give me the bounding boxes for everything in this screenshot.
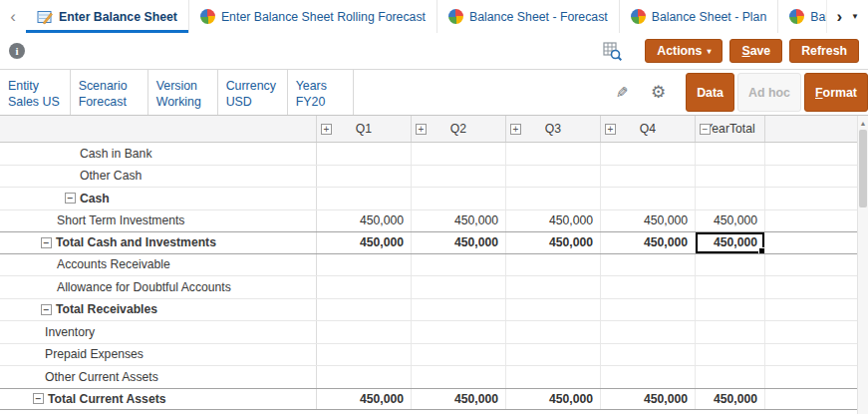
scroll-up-icon[interactable]: ▲ (858, 116, 868, 130)
data-cell[interactable] (601, 276, 696, 298)
data-cell[interactable] (506, 299, 601, 321)
data-cell[interactable]: 450,000 (506, 389, 601, 410)
tab-enter-balance-sheet[interactable]: Enter Balance Sheet (26, 0, 189, 33)
expand-icon[interactable]: + (510, 124, 521, 135)
vertical-scrollbar[interactable]: ▲ (857, 116, 868, 414)
data-mode-button[interactable]: Data (686, 73, 734, 112)
data-cell[interactable] (412, 321, 506, 343)
tab-balance-sheet-truncated[interactable]: Balance She (778, 0, 826, 33)
data-cell[interactable] (412, 254, 506, 276)
data-cell[interactable] (317, 166, 412, 188)
data-cell[interactable] (412, 344, 506, 366)
data-cell[interactable] (412, 143, 506, 165)
data-cell[interactable] (412, 166, 506, 188)
expand-icon[interactable]: + (605, 124, 616, 135)
data-cell[interactable] (412, 276, 506, 298)
tab-overflow-chevron-icon[interactable]: › (836, 8, 842, 25)
data-cell[interactable]: 450,000 (317, 210, 412, 232)
row-header[interactable]: Other Cash (0, 166, 317, 188)
data-cell[interactable] (506, 344, 601, 366)
expand-icon[interactable]: + (321, 124, 332, 135)
data-cell[interactable] (506, 276, 601, 298)
pov-dimension-version[interactable]: Version Working (148, 70, 218, 115)
grid-search-icon[interactable] (603, 42, 622, 61)
data-cell[interactable] (601, 254, 696, 276)
save-button[interactable]: Save (729, 39, 782, 63)
data-cell[interactable] (506, 254, 601, 276)
row-header[interactable]: −Total Cash and Investments (0, 232, 317, 253)
data-cell[interactable] (601, 166, 696, 188)
scrollbar-thumb[interactable] (859, 130, 867, 207)
data-cell[interactable] (317, 366, 412, 388)
collapse-icon[interactable]: − (700, 124, 711, 135)
data-cell[interactable] (412, 366, 506, 388)
data-cell[interactable] (412, 299, 506, 321)
row-header[interactable]: Short Term Investments (0, 210, 317, 232)
data-cell[interactable] (601, 299, 696, 321)
data-cell[interactable]: 450,000 (412, 232, 506, 253)
row-header[interactable]: Accounts Receivable (0, 254, 317, 276)
data-cell[interactable]: 450,000 (601, 389, 696, 410)
data-cell[interactable] (317, 299, 412, 321)
data-cell[interactable]: 450,000 (696, 210, 765, 232)
data-cell[interactable]: 450,000 (696, 232, 765, 253)
column-header-q4[interactable]: + Q4 (601, 116, 696, 142)
actions-button[interactable]: Actions▾ (645, 39, 723, 63)
row-header[interactable]: Prepaid Expenses (0, 344, 317, 366)
data-cell[interactable]: 450,000 (412, 210, 506, 232)
pov-dimension-years[interactable]: Years FY20 (288, 70, 354, 115)
collapse-icon[interactable]: − (33, 393, 44, 404)
data-cell[interactable] (506, 366, 601, 388)
row-header[interactable]: −Total Receivables (0, 299, 317, 321)
tab-balance-sheet-plan[interactable]: Balance Sheet - Plan (620, 0, 779, 33)
tab-menu-caret-icon[interactable]: ▼ (851, 12, 859, 21)
data-cell[interactable]: 450,000 (412, 389, 506, 410)
column-header-q2[interactable]: + Q2 (412, 116, 506, 142)
collapse-icon[interactable]: − (41, 304, 52, 315)
data-cell[interactable]: 450,000 (317, 389, 412, 410)
column-header-yeartotal[interactable]: − YearTotal (696, 116, 765, 142)
data-cell[interactable] (696, 166, 765, 188)
data-cell[interactable] (696, 344, 765, 366)
data-cell[interactable] (506, 143, 601, 165)
data-cell[interactable] (601, 366, 696, 388)
data-cell[interactable]: 450,000 (696, 389, 765, 410)
back-chevron-icon[interactable]: ‹ (0, 0, 26, 33)
row-header[interactable]: Other Current Assets (0, 366, 317, 388)
data-cell[interactable]: 450,000 (317, 232, 412, 253)
refresh-button[interactable]: Refresh (789, 39, 859, 63)
collapse-icon[interactable]: − (65, 193, 76, 204)
data-cell[interactable] (696, 254, 765, 276)
data-cell[interactable]: 450,000 (601, 232, 696, 253)
data-cell[interactable] (601, 344, 696, 366)
data-cell[interactable] (317, 254, 412, 276)
data-cell[interactable] (412, 188, 506, 209)
data-cell[interactable] (317, 344, 412, 366)
column-header-q3[interactable]: + Q3 (506, 116, 601, 142)
row-header[interactable]: Cash in Bank (0, 143, 317, 165)
row-header[interactable]: Allowance for Doubtful Accounts (0, 276, 317, 298)
expand-icon[interactable]: + (416, 124, 427, 135)
pov-dimension-entity[interactable]: Entity Sales US (0, 70, 71, 115)
data-cell[interactable] (506, 321, 601, 343)
settings-gear-icon[interactable]: ⚙ (651, 82, 666, 103)
data-cell[interactable] (506, 188, 601, 209)
data-cell[interactable] (317, 321, 412, 343)
column-header-q1[interactable]: + Q1 (317, 116, 412, 142)
row-header[interactable]: Inventory (0, 321, 317, 343)
tab-enter-balance-sheet-rolling-forecast[interactable]: Enter Balance Sheet Rolling Forecast (189, 0, 437, 33)
collapse-icon[interactable]: − (41, 237, 52, 248)
data-cell[interactable] (601, 321, 696, 343)
data-cell[interactable] (317, 143, 412, 165)
data-cell[interactable] (506, 166, 601, 188)
data-cell[interactable] (696, 188, 765, 209)
info-icon[interactable]: i (9, 43, 25, 59)
data-cell[interactable] (601, 143, 696, 165)
data-cell[interactable]: 450,000 (506, 232, 601, 253)
row-header[interactable]: −Cash (0, 188, 317, 209)
row-header[interactable]: −Total Current Assets (0, 389, 317, 410)
data-cell[interactable] (696, 321, 765, 343)
adhoc-mode-button[interactable]: Ad hoc (737, 73, 801, 112)
data-cell[interactable]: 450,000 (601, 210, 696, 232)
data-cell[interactable] (696, 299, 765, 321)
